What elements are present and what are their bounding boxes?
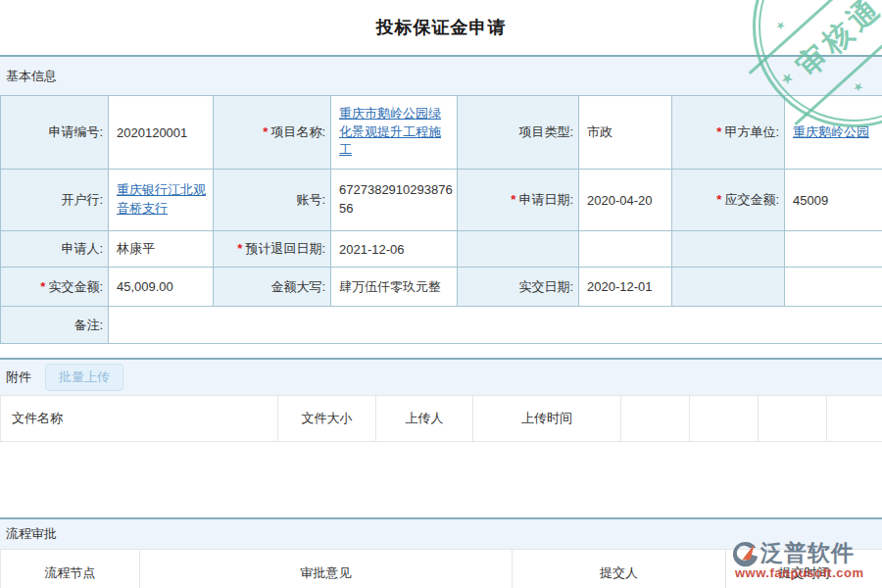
project-name-link[interactable]: 重庆市鹅岭公园绿化景观提升工程施工: [339, 106, 441, 158]
watermark-brand-text: 泛普软件: [760, 538, 855, 568]
apply-no-label: 申请编号:: [1, 96, 109, 170]
watermark-brand-row: 泛普软件: [731, 538, 878, 568]
amount-words-value: 肆万伍仟零玖元整: [331, 268, 458, 307]
apply-date-label: *申请日期:: [458, 170, 579, 231]
required-mark: *: [40, 279, 45, 294]
payable-amount-label: *应交金额:: [672, 170, 785, 231]
party-a-value: 重庆鹅岭公园: [785, 96, 882, 170]
attachments-header-row: 文件名称 文件大小 上传人 上传时间: [1, 396, 882, 442]
bank-link[interactable]: 重庆银行江北观音桥支行: [117, 182, 206, 216]
remark-value: [109, 307, 882, 344]
spacer: [0, 442, 882, 517]
table-row: *实交金额: 45,009.00 金额大写: 肆万伍仟零玖元整 实交日期: 20…: [1, 268, 882, 307]
empty-header-cell: [827, 396, 882, 442]
party-a-label: *甲方单位:: [672, 96, 785, 170]
table-row: 申请人: 林康平 *预计退回日期: 2021-12-06: [1, 231, 882, 268]
paid-amount-label: *实交金额:: [1, 268, 109, 307]
party-a-link[interactable]: 重庆鹅岭公园: [793, 124, 869, 139]
section-header-basic-info: 基本信息: [0, 57, 882, 95]
col-header-file-name: 文件名称: [1, 396, 278, 442]
required-mark: *: [716, 124, 721, 139]
project-name-value: 重庆市鹅岭公园绿化景观提升工程施工: [331, 96, 458, 170]
payable-amount-value: 45009: [785, 170, 882, 231]
col-header-uploader: 上传人: [376, 396, 473, 442]
bank-value: 重庆银行江北观音桥支行: [109, 170, 214, 231]
attachments-table: 文件名称 文件大小 上传人 上传时间: [0, 395, 882, 442]
empty-header-cell: [690, 396, 759, 442]
account-value: 672738291029387656: [331, 170, 458, 231]
empty-header-cell: [759, 396, 827, 442]
col-header-upload-time: 上传时间: [473, 396, 621, 442]
empty-value-cell: [785, 268, 882, 307]
remark-label: 备注:: [1, 307, 109, 344]
bank-label: 开户行:: [1, 170, 109, 231]
empty-label-cell: [672, 231, 785, 268]
table-row: 备注:: [1, 307, 882, 344]
applicant-label: 申请人:: [1, 231, 109, 268]
empty-label-cell: [672, 268, 785, 307]
required-mark: *: [263, 124, 268, 139]
watermark-url-text: www.fanpusoft.com: [731, 565, 878, 580]
section-title-basic-info: 基本信息: [6, 68, 57, 85]
empty-label-cell: [458, 231, 579, 268]
paid-date-value: 2020-12-01: [579, 268, 672, 307]
empty-value-cell: [579, 231, 672, 268]
paid-amount-value: 45,009.00: [109, 268, 214, 307]
project-type-value: 市政: [579, 96, 672, 170]
paid-date-label: 实交日期:: [458, 268, 579, 307]
table-row: 开户行: 重庆银行江北观音桥支行 账号: 672738291029387656 …: [1, 170, 882, 231]
required-mark: *: [716, 192, 721, 207]
applicant-value: 林康平: [109, 231, 214, 268]
col-header-submitter: 提交人: [513, 550, 726, 588]
apply-date-value: 2020-04-20: [579, 170, 672, 231]
empty-header-cell: [621, 396, 690, 442]
col-header-file-size: 文件大小: [278, 396, 376, 442]
empty-value-cell: [785, 231, 882, 268]
amount-words-label: 金额大写:: [214, 268, 331, 307]
required-mark: *: [511, 192, 515, 207]
col-header-flow-node: 流程节点: [1, 550, 140, 588]
col-header-approval-opinion: 审批意见: [140, 550, 513, 588]
spacer: [0, 344, 882, 358]
page-title: 投标保证金申请: [376, 16, 507, 39]
section-title-attachments: 附件: [6, 368, 31, 386]
section-title-approval: 流程审批: [6, 525, 57, 543]
return-date-value: 2021-12-06: [331, 231, 458, 268]
batch-upload-button[interactable]: 批量上传: [45, 364, 123, 391]
page-header: 投标保证金申请: [0, 0, 882, 55]
fanpu-watermark: 泛普软件 www.fanpusoft.com: [731, 538, 878, 580]
project-name-label: *项目名称:: [214, 96, 331, 170]
table-row: 申请编号: 2020120001 *项目名称: 重庆市鹅岭公园绿化景观提升工程施…: [1, 96, 882, 170]
return-date-label: *预计退回日期:: [214, 231, 331, 268]
account-label: 账号:: [214, 170, 331, 231]
apply-no-value: 2020120001: [109, 96, 214, 170]
basic-info-table: 申请编号: 2020120001 *项目名称: 重庆市鹅岭公园绿化景观提升工程施…: [0, 95, 882, 344]
bid-bond-application-page: 投标保证金申请 基本信息 申请编号: 2020120001 *项目名称: 重庆市…: [0, 0, 882, 588]
project-type-label: 项目类型:: [458, 96, 579, 170]
section-header-attachments: 附件 批量上传: [0, 360, 882, 395]
fanpu-logo-icon: [731, 540, 759, 567]
required-mark: *: [237, 241, 242, 256]
